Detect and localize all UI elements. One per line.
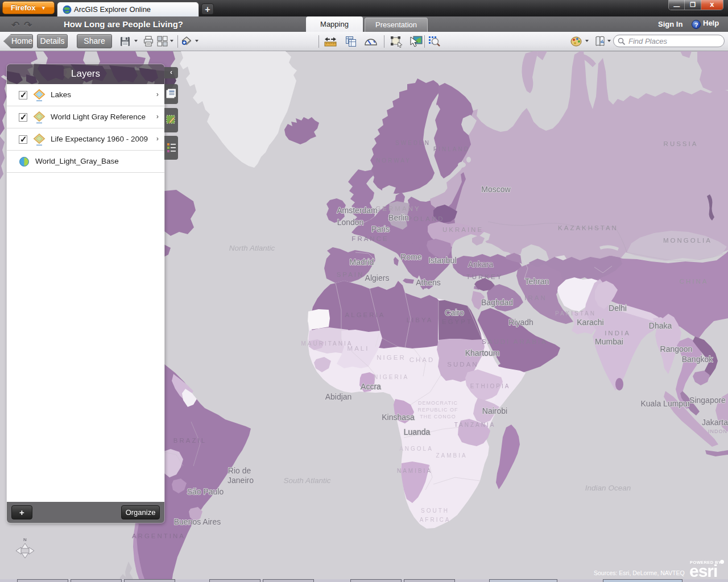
svg-text:MAURITANIA: MAURITANIA — [301, 340, 353, 347]
svg-text:Indian Ocean: Indian Ocean — [585, 484, 631, 492]
svg-text:São Paulo: São Paulo — [187, 487, 224, 496]
svg-text:IRAN: IRAN — [524, 294, 547, 301]
svg-text:EGYPT: EGYPT — [442, 318, 473, 325]
svg-text:Rome: Rome — [400, 252, 422, 261]
svg-text:ANGOLA: ANGOLA — [399, 446, 433, 452]
svg-text:NIGER: NIGER — [377, 354, 406, 361]
svg-text:Singapore: Singapore — [689, 396, 726, 405]
svg-text:TURKEY: TURKEY — [466, 273, 503, 280]
svg-text:Kinshasa: Kinshasa — [382, 413, 415, 422]
svg-text:FRANCE: FRANCE — [351, 235, 388, 242]
svg-text:MONGOLIA: MONGOLIA — [663, 237, 712, 244]
svg-text:Nairobi: Nairobi — [482, 406, 507, 415]
svg-text:Dhaka: Dhaka — [649, 321, 672, 330]
svg-text:FINLAND: FINLAND — [433, 146, 470, 152]
svg-text:SWEDEN: SWEDEN — [395, 140, 431, 146]
svg-text:TANZANIA: TANZANIA — [454, 422, 496, 428]
svg-text:Khartoum: Khartoum — [465, 348, 500, 357]
svg-text:Amsterdam: Amsterdam — [337, 206, 378, 215]
svg-text:NORWAY: NORWAY — [376, 157, 411, 164]
svg-text:LIBYA: LIBYA — [407, 317, 433, 323]
svg-text:SUDAN: SUDAN — [447, 361, 478, 368]
svg-text:Abidjan: Abidjan — [325, 392, 352, 401]
svg-text:ZAMBIA: ZAMBIA — [436, 452, 467, 459]
svg-text:INDON: INDON — [708, 429, 727, 434]
svg-text:NAMIBIA: NAMIBIA — [397, 468, 432, 474]
svg-text:Moscow: Moscow — [481, 185, 511, 194]
svg-text:SPAIN: SPAIN — [337, 271, 365, 278]
svg-text:Accra: Accra — [361, 382, 381, 391]
svg-text:Baghdad: Baghdad — [481, 298, 513, 307]
svg-text:Jakarta: Jakarta — [702, 418, 728, 427]
svg-text:CHINA: CHINA — [680, 278, 709, 285]
svg-text:SOUTH: SOUTH — [421, 508, 449, 514]
svg-text:KAZAKHSTAN: KAZAKHSTAN — [558, 225, 618, 231]
svg-text:Kuala Lumpur: Kuala Lumpur — [640, 399, 690, 408]
svg-text:PAKISTAN: PAKISTAN — [555, 310, 596, 317]
svg-text:South Atlantic: South Atlantic — [284, 476, 331, 485]
svg-text:Luanda: Luanda — [404, 427, 431, 436]
svg-text:THE CONGO: THE CONGO — [420, 414, 456, 419]
svg-text:Riyadh: Riyadh — [508, 318, 533, 327]
svg-text:Buenos Aires: Buenos Aires — [174, 517, 221, 526]
svg-text:REPUBLIC OF: REPUBLIC OF — [417, 407, 458, 413]
svg-text:Madrid: Madrid — [350, 257, 374, 267]
svg-text:GERMANY: GERMANY — [375, 205, 420, 212]
svg-text:NIGERIA: NIGERIA — [374, 374, 409, 380]
svg-text:Cairo: Cairo — [445, 308, 464, 317]
svg-text:SAUDI ARABIA: SAUDI ARABIA — [482, 338, 548, 345]
svg-text:Istanbul: Istanbul — [428, 256, 456, 265]
svg-text:UKRAINE: UKRAINE — [442, 226, 483, 233]
svg-text:INDIA: INDIA — [605, 330, 631, 336]
svg-text:Delhi: Delhi — [609, 304, 627, 313]
svg-text:Athens: Athens — [416, 278, 441, 287]
svg-text:N: N — [23, 537, 27, 542]
svg-text:Rangoon: Rangoon — [660, 344, 693, 354]
svg-text:RUSSIA: RUSSIA — [664, 140, 698, 147]
svg-text:Karachi: Karachi — [577, 318, 603, 327]
svg-text:Tehran: Tehran — [525, 277, 549, 286]
svg-text:Rio de: Rio de — [228, 466, 251, 475]
svg-text:Mumbai: Mumbai — [595, 337, 623, 346]
svg-text:Ankara: Ankara — [468, 260, 494, 269]
svg-text:ARGENTINA: ARGENTINA — [132, 533, 185, 539]
svg-text:North Atlantic: North Atlantic — [229, 244, 275, 252]
svg-text:ALGERIA: ALGERIA — [345, 311, 386, 318]
svg-text:Paris: Paris — [371, 225, 390, 234]
svg-text:MALI: MALI — [348, 345, 370, 352]
svg-text:Algiers: Algiers — [365, 273, 390, 282]
svg-text:ETHIOPIA: ETHIOPIA — [470, 383, 511, 389]
svg-text:AFRICA: AFRICA — [420, 517, 451, 523]
svg-text:Berlin: Berlin — [388, 213, 409, 222]
svg-text:DEMOCRATIC: DEMOCRATIC — [418, 400, 458, 406]
svg-text:BRAZIL: BRAZIL — [173, 437, 206, 444]
svg-text:Bangkok: Bangkok — [682, 355, 713, 364]
svg-text:POLAND: POLAND — [407, 215, 444, 222]
svg-text:Janeiro: Janeiro — [228, 476, 254, 485]
svg-text:CHAD: CHAD — [410, 356, 435, 363]
svg-text:London: London — [337, 218, 364, 227]
